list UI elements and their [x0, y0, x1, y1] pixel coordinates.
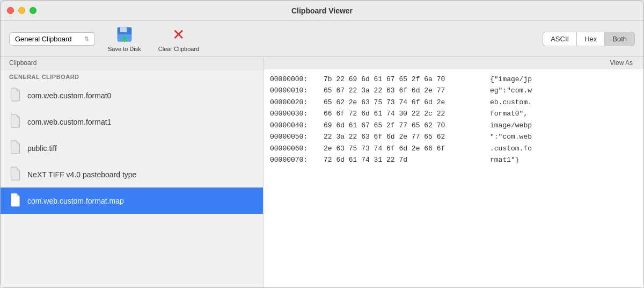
hex-ascii: eb.custom. — [490, 97, 532, 108]
hex-address: 00000050: — [270, 131, 324, 142]
clear-clipboard-icon: ✕ — [169, 25, 188, 45]
clipboard-select-text: General Clipboard — [15, 35, 81, 43]
window-title: Clipboard Viewer — [291, 6, 353, 15]
main-window: Clipboard Viewer General Clipboard ⇅ — [0, 0, 644, 288]
minimize-button[interactable] — [18, 7, 25, 14]
file-icon — [9, 88, 21, 103]
hex-address: 00000070: — [270, 154, 324, 165]
clipboard-select[interactable]: General Clipboard ⇅ — [9, 32, 95, 46]
hex-row: 00000010: 65 67 22 3a 22 63 6f 6d 2e 77 … — [270, 85, 637, 96]
hex-bytes: 22 3a 22 63 6f 6d 2e 77 65 62 — [324, 131, 490, 142]
save-disk-icon — [115, 25, 134, 45]
hex-row: 00000040: 69 6d 61 67 65 2f 77 65 62 70 … — [270, 120, 637, 131]
toolbar: General Clipboard ⇅ — [1, 21, 643, 57]
list-item-label: com.web.custom.format0 — [27, 91, 111, 100]
file-icon — [9, 140, 21, 156]
hex-address: 00000000: — [270, 74, 324, 85]
hex-row: 00000030: 66 6f 72 6d 61 74 30 22 2c 22 … — [270, 108, 637, 119]
hex-bytes: 66 6f 72 6d 61 74 30 22 2c 22 — [324, 108, 490, 119]
view-as-group: ASCII Hex Both — [543, 32, 635, 46]
hex-viewer[interactable]: 00000000: 7b 22 69 6d 61 67 65 2f 6a 70 … — [264, 69, 643, 287]
chevron-updown-icon: ⇅ — [84, 35, 89, 42]
both-button[interactable]: Both — [604, 32, 635, 46]
file-icon — [9, 114, 21, 129]
hex-ascii: ":"com.web — [490, 131, 532, 142]
clipboard-list: com.web.custom.format0 com.web.custom.fo… — [1, 82, 263, 214]
file-icon — [9, 167, 21, 182]
file-icon — [9, 193, 21, 208]
clear-clipboard-button[interactable]: ✕ Clear Clipboard — [154, 24, 203, 53]
save-to-disk-label: Save to Disk — [108, 46, 141, 52]
list-item-label: NeXT TIFF v4.0 pasteboard type — [27, 170, 136, 179]
list-item[interactable]: com.web.custom.format1 — [1, 109, 263, 135]
hex-address: 00000060: — [270, 143, 324, 154]
hex-bytes: 72 6d 61 74 31 22 7d — [324, 154, 490, 165]
svg-rect-1 — [120, 27, 127, 32]
hex-address: 00000030: — [270, 108, 324, 119]
hex-bytes: 69 6d 61 67 65 2f 77 65 62 70 — [324, 120, 490, 131]
view-as-column-header: View As — [264, 57, 643, 69]
ascii-button[interactable]: ASCII — [543, 32, 576, 46]
column-headers: Clipboard View As — [1, 57, 643, 69]
main-content: GENERAL CLIPBOARD com.web.custom.format0… — [1, 69, 643, 287]
hex-ascii: {"image/jp — [490, 74, 532, 85]
hex-bytes: 65 67 22 3a 22 63 6f 6d 2e 77 — [324, 85, 490, 96]
hex-ascii: rmat1"} — [490, 154, 519, 165]
list-item-label: public.tiff — [27, 144, 57, 153]
toolbar-left: General Clipboard ⇅ — [9, 24, 534, 53]
hex-ascii: eg":"com.w — [490, 85, 532, 96]
section-header: GENERAL CLIPBOARD — [1, 69, 263, 82]
hex-row: 00000020: 65 62 2e 63 75 73 74 6f 6d 2e … — [270, 97, 637, 108]
titlebar: Clipboard Viewer — [1, 1, 643, 21]
hex-row: 00000000: 7b 22 69 6d 61 67 65 2f 6a 70 … — [270, 74, 637, 85]
list-item[interactable]: com.web.custom.format.map — [1, 188, 263, 214]
hex-bytes: 7b 22 69 6d 61 67 65 2f 6a 70 — [324, 74, 490, 85]
hex-content: 00000000: 7b 22 69 6d 61 67 65 2f 6a 70 … — [270, 74, 637, 166]
clipboard-column-header: Clipboard — [1, 57, 264, 69]
hex-row: 00000060: 2e 63 75 73 74 6f 6d 2e 66 6f … — [270, 143, 637, 154]
list-item-label: com.web.custom.format1 — [27, 118, 111, 126]
traffic-lights — [7, 7, 36, 14]
hex-address: 00000020: — [270, 97, 324, 108]
hex-bytes: 65 62 2e 63 75 73 74 6f 6d 2e — [324, 97, 490, 108]
close-button[interactable] — [7, 7, 14, 14]
clear-clipboard-label: Clear Clipboard — [158, 46, 199, 52]
list-item[interactable]: public.tiff — [1, 135, 263, 161]
hex-ascii: image/webp — [490, 120, 532, 131]
hex-bytes: 2e 63 75 73 74 6f 6d 2e 66 6f — [324, 143, 490, 154]
list-item[interactable]: NeXT TIFF v4.0 pasteboard type — [1, 161, 263, 188]
hex-row: 00000070: 72 6d 61 74 31 22 7d rmat1"} — [270, 154, 637, 165]
left-panel: GENERAL CLIPBOARD com.web.custom.format0… — [1, 69, 264, 287]
save-to-disk-button[interactable]: Save to Disk — [104, 24, 145, 53]
hex-address: 00000010: — [270, 85, 324, 96]
list-item-label: com.web.custom.format.map — [27, 197, 124, 205]
hex-row: 00000050: 22 3a 22 63 6f 6d 2e 77 65 62 … — [270, 131, 637, 142]
list-item[interactable]: com.web.custom.format0 — [1, 82, 263, 109]
hex-button[interactable]: Hex — [576, 32, 604, 46]
hex-ascii: format0", — [490, 108, 528, 119]
hex-address: 00000040: — [270, 120, 324, 131]
hex-ascii: .custom.fo — [490, 143, 532, 154]
x-icon: ✕ — [172, 27, 185, 42]
maximize-button[interactable] — [30, 7, 36, 14]
